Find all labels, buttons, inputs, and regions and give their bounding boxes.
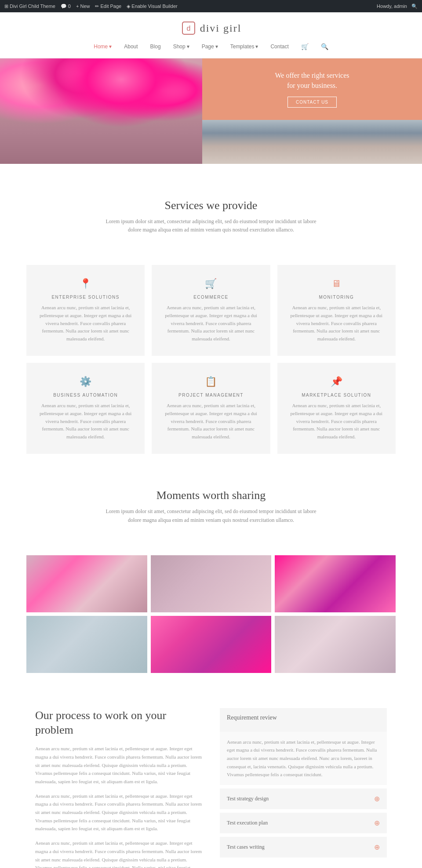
accordion-test-execution[interactable]: Test execution plan ⊕	[220, 813, 387, 833]
accordion-test-strategy[interactable]: Test strategy design ⊕	[220, 788, 387, 809]
project-title: PROJECT MANAGEMENT	[160, 393, 261, 398]
main-navigation: Home ▾ About Blog Shop ▾ Page ▾ Template…	[0, 40, 422, 54]
hero-cta-text: We offer the right servicesfor your busi…	[275, 71, 349, 90]
service-card-2: 🖥 MONITORING Aenean arcu nunc, pretium s…	[277, 265, 396, 356]
site-name: divi girl	[200, 22, 242, 34]
process-section: Our process to work on your problem Aene…	[0, 691, 422, 868]
service-card-3: ⚙️ BUSINESS AUTOMATION Aenean arcu nunc,…	[26, 363, 145, 454]
accordion-test-writing-title: Test cases writing	[227, 844, 265, 850]
hero-couple-image	[202, 120, 422, 164]
ecommerce-title: ECOMMERCE	[160, 295, 261, 300]
project-icon: 📋	[160, 376, 261, 387]
hero-section: We offer the right servicesfor your busi…	[0, 58, 422, 164]
monitoring-icon: 🖥	[286, 278, 387, 289]
enterprise-title: ENTERPRISE SOLUTIONS	[35, 295, 136, 300]
marketplace-title: MARKETPLACE SOLUTION	[286, 393, 387, 398]
automation-icon: ⚙️	[35, 376, 136, 387]
admin-search-icon[interactable]: 🔍	[411, 4, 418, 9]
accordion-test-writing-icon: ⊕	[374, 843, 380, 851]
admin-bar-right: Howdy, admin 🔍	[377, 4, 418, 9]
nav-contact[interactable]: Contact	[270, 43, 288, 50]
service-card-1: 🛒 ECOMMERCE Aenean arcu nunc, pretium si…	[152, 265, 270, 356]
hero-main-image	[0, 58, 202, 164]
process-left: Our process to work on your problem Aene…	[35, 708, 202, 868]
requirement-title: Requirement review	[227, 714, 380, 721]
accordion-test-execution-title: Test execution plan	[227, 820, 268, 826]
monitoring-title: MONITORING	[286, 295, 387, 300]
monitoring-desc: Aenean arcu nunc, pretium sit amet lacin…	[286, 304, 387, 343]
nav-about[interactable]: About	[124, 43, 138, 50]
process-text-1: Aenean arcu nunc, pretium sit amet lacin…	[35, 745, 202, 785]
marketplace-desc: Aenean arcu nunc, pretium sit amet lacin…	[286, 402, 387, 441]
admin-edit-link[interactable]: ✏ Edit Page	[95, 4, 121, 9]
hero-contact-button[interactable]: CONTACT US	[287, 97, 337, 108]
gallery-grid	[26, 555, 396, 673]
admin-wp-link[interactable]: ⊞ Divi Girl Child Theme	[4, 4, 55, 9]
accordion-test-execution-icon: ⊕	[374, 819, 380, 827]
hero-cta-box: We offer the right servicesfor your busi…	[202, 58, 422, 120]
accordion-requirement-content: Aenean arcu nunc, pretium sit amet lacin…	[220, 732, 387, 785]
process-title: Our process to work on your problem	[35, 708, 202, 738]
site-header: d divi girl Home ▾ About Blog Shop ▾ Pag…	[0, 12, 422, 58]
nav-cart-icon[interactable]: 🛒	[301, 43, 309, 50]
nav-shop[interactable]: Shop ▾	[173, 43, 189, 50]
services-title: Services we provide	[35, 199, 387, 212]
enterprise-desc: Aenean arcu nunc, pretium sit amet lacin…	[35, 304, 136, 343]
admin-user-label: Howdy, admin	[377, 4, 407, 9]
accordion-test-strategy-title: Test strategy design	[227, 796, 269, 802]
nav-blog[interactable]: Blog	[150, 43, 161, 50]
gallery-item-3	[275, 555, 396, 612]
nav-page[interactable]: Page ▾	[202, 43, 218, 50]
process-text-3: Aenean arcu nunc, pretium sit amet lacin…	[35, 839, 202, 868]
logo-icon: d	[181, 20, 196, 36]
services-grid: 📍 ENTERPRISE SOLUTIONS Aenean arcu nunc,…	[26, 265, 396, 454]
nav-search-icon[interactable]: 🔍	[321, 43, 328, 50]
automation-title: BUSINESS AUTOMATION	[35, 393, 136, 398]
accordion-test-writing[interactable]: Test cases writing ⊕	[220, 837, 387, 857]
site-logo: d divi girl	[0, 20, 422, 36]
gallery-item-1	[26, 555, 147, 612]
service-card-5: 📌 MARKETPLACE SOLUTION Aenean arcu nunc,…	[277, 363, 396, 454]
hero-lady-image	[0, 58, 202, 164]
gallery-item-4	[26, 616, 147, 673]
automation-desc: Aenean arcu nunc, pretium sit amet lacin…	[35, 402, 136, 441]
gallery-item-2	[151, 555, 272, 612]
enterprise-icon: 📍	[35, 278, 136, 289]
gallery-title: Moments worth sharing	[35, 489, 387, 502]
admin-comments-link[interactable]: 💬 0	[61, 4, 71, 9]
admin-bar: ⊞ Divi Girl Child Theme 💬 0 + New ✏ Edit…	[0, 0, 422, 12]
project-desc: Aenean arcu nunc, pretium sit amet lacin…	[160, 402, 261, 441]
admin-new-link[interactable]: + New	[76, 4, 90, 9]
accordion-test-strategy-icon: ⊕	[374, 795, 380, 803]
gallery-item-6	[275, 616, 396, 673]
admin-visual-builder-link[interactable]: ◈ Enable Visual Builder	[127, 4, 177, 9]
marketplace-icon: 📌	[286, 376, 387, 387]
services-section: Services we provide Lorem ipsum dolor si…	[0, 181, 422, 265]
process-right: Requirement review Aenean arcu nunc, pre…	[220, 708, 387, 868]
nav-templates[interactable]: Templates ▾	[230, 43, 258, 50]
accordion-requirement-header[interactable]: Requirement review	[220, 708, 387, 732]
hero-couple-photo	[202, 120, 422, 164]
service-card-0: 📍 ENTERPRISE SOLUTIONS Aenean arcu nunc,…	[26, 265, 145, 356]
admin-bar-left: ⊞ Divi Girl Child Theme 💬 0 + New ✏ Edit…	[4, 4, 178, 9]
gallery-description: Lorem ipsum dolor sit amet, consectetur …	[101, 507, 321, 524]
ecommerce-desc: Aenean arcu nunc, pretium sit amet lacin…	[160, 304, 261, 343]
gallery-item-5	[151, 616, 272, 673]
gallery-section-header: Moments worth sharing Lorem ipsum dolor …	[0, 471, 422, 555]
nav-home[interactable]: Home ▾	[94, 43, 112, 50]
svg-text:d: d	[186, 25, 190, 32]
service-card-4: 📋 PROJECT MANAGEMENT Aenean arcu nunc, p…	[152, 363, 270, 454]
ecommerce-icon: 🛒	[160, 278, 261, 289]
services-description: Lorem ipsum dolor sit amet, consectetur …	[101, 217, 321, 234]
hero-right-panel: We offer the right servicesfor your busi…	[202, 58, 422, 164]
process-text-2: Aenean arcu nunc, pretium sit amet lacin…	[35, 792, 202, 833]
